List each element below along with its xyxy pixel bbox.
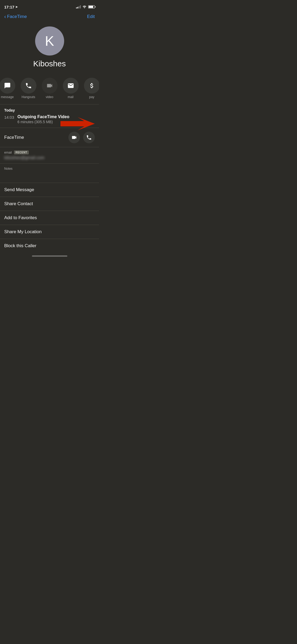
home-indicator [32,255,67,257]
email-value[interactable]: kiboshes@gmail.com [4,155,95,160]
battery-icon [88,5,95,8]
action-item-video: video [42,78,58,99]
facetime-video-button[interactable] [68,132,80,143]
hangouts-label: Hangouts [22,95,35,99]
chevron-left-icon: ‹ [4,13,6,20]
phone-icon [25,82,32,89]
facetime-actions [68,132,95,143]
notes-label: Notes [4,167,95,171]
send-message-item[interactable]: Send Message [0,183,99,197]
status-icons [76,5,95,9]
email-label-row: email RECENT [4,150,95,154]
video-button[interactable] [42,78,58,94]
mail-button[interactable] [63,78,79,94]
action-item-pay: pay [84,78,99,99]
home-indicator-area [0,253,99,259]
time-display: 17:17 [4,5,14,9]
red-arrow-annotation [60,117,95,131]
pay-button[interactable] [84,78,99,94]
signal-bars [76,5,81,8]
nav-bar: ‹ FaceTime Edit [0,12,99,24]
video-label: video [46,95,53,99]
status-bar: 17:17 ➤ [0,0,99,12]
email-field-label: email [4,151,12,154]
edit-button[interactable]: Edit [87,14,95,19]
action-item-hangouts: Hangouts [21,78,36,99]
call-date: Today [4,108,95,112]
facetime-phone-icon [86,135,92,140]
svg-marker-0 [60,117,95,130]
pay-label: pay [89,95,94,99]
video-icon [46,82,53,89]
avatar-initial: K [45,33,54,49]
share-location-item[interactable]: Share My Location [0,225,99,239]
call-entry: 14:03 Outgoing FaceTime Video 6 minutes … [4,114,95,124]
action-item-message: message [0,78,15,99]
back-button[interactable]: ‹ FaceTime [4,14,27,20]
block-caller-item[interactable]: Block this Caller [0,239,99,253]
facetime-label: FaceTime [4,135,24,140]
message-label: message [1,95,14,99]
location-arrow-icon: ➤ [15,5,18,9]
pay-icon [88,82,95,89]
mail-icon [67,82,74,89]
notes-row: Notes [0,164,99,183]
avatar: K [35,26,64,56]
call-time: 14:03 [4,114,17,119]
contact-header: K Kiboshes [0,24,99,78]
add-favorites-item[interactable]: Add to Favorites [0,211,99,225]
share-contact-item[interactable]: Share Contact [0,197,99,211]
call-history-section: Today 14:03 Outgoing FaceTime Video 6 mi… [0,104,99,128]
message-icon [4,82,11,89]
recent-badge: RECENT [14,150,29,154]
back-label: FaceTime [7,14,27,19]
status-time: 17:17 ➤ [4,5,18,9]
wifi-icon [82,5,87,9]
mail-label: mail [68,95,73,99]
facetime-video-icon [71,135,77,140]
facetime-audio-button[interactable] [83,132,95,143]
contact-name: Kiboshes [33,59,66,68]
email-row: email RECENT kiboshes@gmail.com [0,147,99,163]
hangouts-button[interactable] [21,78,36,94]
action-item-mail: mail [63,78,79,99]
action-buttons-row: message Hangouts video mail [0,78,99,104]
message-button[interactable] [0,78,15,94]
